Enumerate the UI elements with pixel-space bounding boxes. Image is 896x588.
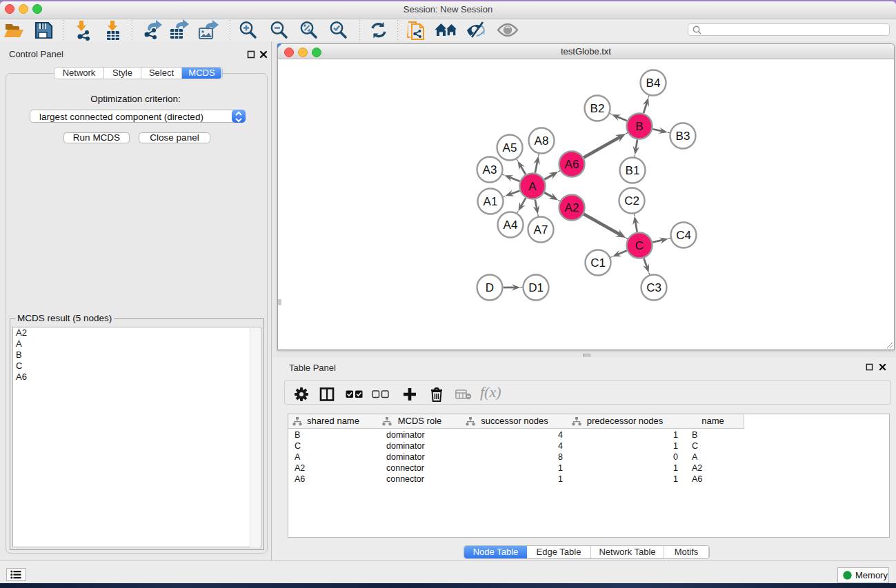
- svg-text:B: B: [635, 120, 643, 133]
- svg-text:A4: A4: [504, 219, 518, 232]
- svg-text:B4: B4: [646, 77, 661, 90]
- svg-text:C: C: [635, 239, 644, 252]
- svg-text:C3: C3: [646, 281, 661, 294]
- svg-text:A6: A6: [565, 158, 579, 171]
- svg-text:A: A: [528, 180, 537, 193]
- svg-text:C4: C4: [676, 229, 691, 242]
- svg-text:B3: B3: [676, 130, 690, 143]
- svg-text:D1: D1: [528, 281, 544, 294]
- svg-text:A7: A7: [534, 223, 548, 236]
- svg-text:D: D: [486, 281, 494, 294]
- svg-text:B1: B1: [626, 164, 640, 177]
- svg-text:C2: C2: [624, 194, 639, 207]
- svg-text:A1: A1: [484, 195, 498, 208]
- svg-text:C1: C1: [590, 256, 606, 270]
- svg-text:B2: B2: [590, 102, 605, 115]
- svg-text:A3: A3: [483, 163, 497, 176]
- svg-text:A5: A5: [503, 141, 517, 154]
- svg-text:A8: A8: [535, 134, 549, 148]
- svg-text:A2: A2: [565, 201, 579, 214]
